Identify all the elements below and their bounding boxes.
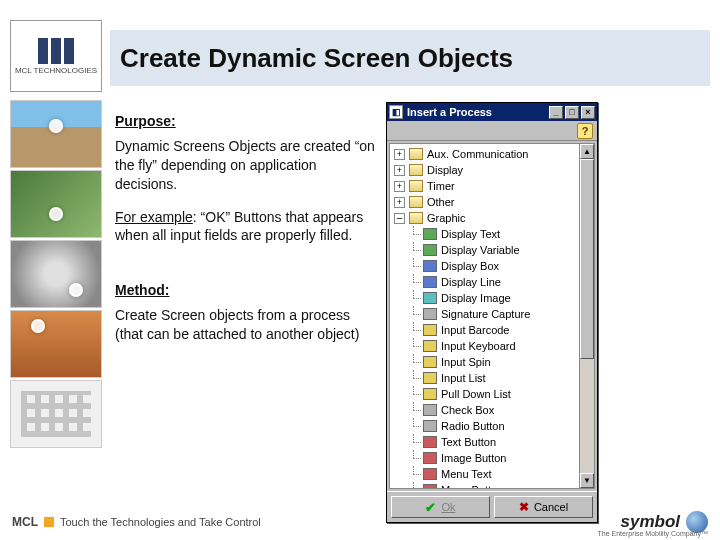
tree-node[interactable]: Input List [390,370,594,386]
node-icon [423,404,437,416]
node-label: Display Box [441,260,499,272]
example-lead: For example [115,209,193,225]
expand-toggle[interactable] [394,197,405,208]
node-icon [423,260,437,272]
tree-node[interactable]: Display Box [390,258,594,274]
node-icon [409,148,423,160]
tree-node[interactable]: Menu Button [390,482,594,489]
scroll-up-button[interactable]: ▲ [580,144,594,159]
method-paragraph: Create Screen objects from a process (th… [115,306,375,344]
node-label: Input Spin [441,356,491,368]
tree-node[interactable]: Menu Text [390,466,594,482]
node-label: Text Button [441,436,496,448]
tree-node[interactable]: Display Text [390,226,594,242]
tree-node[interactable]: Signature Capture [390,306,594,322]
minimize-button[interactable]: _ [549,106,563,119]
close-button[interactable]: × [581,106,595,119]
tree-node[interactable]: Graphic [390,210,594,226]
symbol-logo: symbol [620,512,680,532]
logo-text: MCL TECHNOLOGIES [15,66,97,75]
scroll-down-button[interactable]: ▼ [580,473,594,488]
tree-node[interactable]: Input Keyboard [390,338,594,354]
example-paragraph: For example: “OK” Buttons that appears w… [115,208,375,246]
node-icon [423,228,437,240]
node-icon [423,436,437,448]
slide-footer: MCL Touch the Technologies and Take Cont… [0,508,720,536]
footer-square-icon [44,517,54,527]
node-label: Signature Capture [441,308,530,320]
node-icon [409,164,423,176]
node-icon [423,292,437,304]
node-label: Input Barcode [441,324,510,336]
node-label: Image Button [441,452,506,464]
node-icon [423,276,437,288]
symbol-tagline: The Enterprise Mobility Company™ [598,530,709,537]
footer-tagline: Touch the Technologies and Take Control [60,516,261,528]
expand-toggle[interactable] [394,213,405,224]
tree-node[interactable]: Display [390,162,594,178]
node-label: Menu Button [441,484,503,489]
node-label: Display Line [441,276,501,288]
tree-node[interactable]: Pull Down List [390,386,594,402]
node-label: Display Variable [441,244,520,256]
mcl-logo: MCL TECHNOLOGIES [10,20,102,92]
node-icon [423,308,437,320]
node-icon [423,420,437,432]
node-icon [423,356,437,368]
node-label: Radio Button [441,420,505,432]
node-label: Pull Down List [441,388,511,400]
decorative-sidebar [10,100,102,450]
node-icon [423,452,437,464]
dialog-icon: ◧ [389,105,403,119]
node-icon [423,372,437,384]
node-icon [423,484,437,489]
process-tree[interactable]: Aux. CommunicationDisplayTimerOtherGraph… [389,143,595,489]
scroll-thumb[interactable] [580,159,594,359]
help-icon[interactable]: ? [577,123,593,139]
tree-scrollbar[interactable]: ▲ ▼ [579,144,594,488]
node-label: Other [427,196,455,208]
node-icon [423,340,437,352]
tree-node[interactable]: Radio Button [390,418,594,434]
node-label: Display [427,164,463,176]
purpose-heading: Purpose: [115,112,375,131]
node-icon [423,468,437,480]
node-label: Input Keyboard [441,340,516,352]
node-label: Display Text [441,228,500,240]
node-icon [409,212,423,224]
dialog-title-text: Insert a Process [407,106,492,118]
dialog-titlebar[interactable]: ◧ Insert a Process _ □ × [387,103,597,121]
node-icon [423,324,437,336]
dialog-toolbar: ? [387,121,597,141]
body-text: Purpose: Dynamic Screens Objects are cre… [115,112,375,358]
node-icon [409,196,423,208]
node-label: Timer [427,180,455,192]
node-label: Input List [441,372,486,384]
node-label: Aux. Communication [427,148,529,160]
expand-toggle[interactable] [394,181,405,192]
purpose-paragraph: Dynamic Screens Objects are created “on … [115,137,375,194]
tree-node[interactable]: Other [390,194,594,210]
tree-node[interactable]: Display Variable [390,242,594,258]
tree-node[interactable]: Image Button [390,450,594,466]
node-icon [423,244,437,256]
method-heading: Method: [115,281,375,300]
node-icon [409,180,423,192]
tree-node[interactable]: Input Barcode [390,322,594,338]
node-label: Menu Text [441,468,492,480]
node-label: Check Box [441,404,494,416]
tree-node[interactable]: Text Button [390,434,594,450]
expand-toggle[interactable] [394,165,405,176]
maximize-button[interactable]: □ [565,106,579,119]
tree-node[interactable]: Input Spin [390,354,594,370]
node-label: Graphic [427,212,466,224]
tree-node[interactable]: Display Image [390,290,594,306]
expand-toggle[interactable] [394,149,405,160]
tree-node[interactable]: Timer [390,178,594,194]
tree-node[interactable]: Aux. Communication [390,146,594,162]
page-title: Create Dynamic Screen Objects [120,43,513,74]
footer-brand: MCL [12,515,38,529]
insert-process-dialog: ◧ Insert a Process _ □ × ? Aux. Communic… [386,102,598,523]
tree-node[interactable]: Check Box [390,402,594,418]
tree-node[interactable]: Display Line [390,274,594,290]
